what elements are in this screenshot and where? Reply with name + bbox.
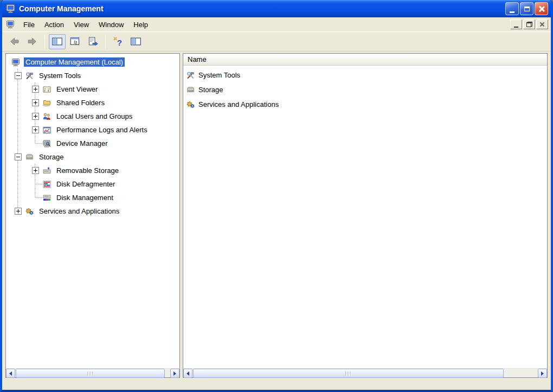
scroll-right-button[interactable] <box>170 369 179 378</box>
window-title: Computer Management <box>19 4 504 13</box>
maximize-button[interactable] <box>520 2 533 15</box>
mdi-close-button[interactable] <box>536 20 548 29</box>
titlebar[interactable]: Computer Management <box>2 0 551 17</box>
menu-action[interactable]: Action <box>40 18 69 31</box>
console-tree-pane: Computer Management (Local) System Tools… <box>5 53 180 378</box>
scroll-left-button[interactable] <box>6 369 15 378</box>
list-item-label: System Tools <box>198 71 240 79</box>
back-icon <box>9 36 20 47</box>
tree-item-label: Disk Management <box>55 193 115 202</box>
tree-item-performance-logs-and-alerts[interactable]: Performance Logs and Alerts <box>6 123 179 137</box>
tree-item-label: Computer Management (Local) <box>24 57 125 67</box>
toolbar-separator <box>105 35 106 48</box>
storage-icon <box>186 86 195 94</box>
minimize-button[interactable] <box>505 2 519 15</box>
expand-minus-icon[interactable] <box>15 153 22 160</box>
tree-item-disk-management[interactable]: Disk Management <box>6 191 179 204</box>
tree-item-system-tools[interactable]: System Tools <box>6 69 179 82</box>
tree-guide-stub <box>35 184 42 184</box>
scroll-track[interactable] <box>192 369 538 377</box>
show-hide-action-pane-button[interactable] <box>127 34 144 49</box>
tree-item-event-viewer[interactable]: Event Viewer <box>6 82 179 96</box>
tree-item-device-manager[interactable]: Device Manager <box>6 137 179 150</box>
list-item-services-and-applications[interactable]: Services and Applications <box>183 97 547 112</box>
scroll-track[interactable] <box>15 369 170 377</box>
disk-management-icon <box>42 194 52 202</box>
close-button[interactable] <box>535 2 548 15</box>
tree-item-label: Performance Logs and Alerts <box>55 125 149 134</box>
device-manager-icon <box>42 139 52 148</box>
back-button[interactable] <box>6 34 23 49</box>
tree-item-computer-management-local[interactable]: Computer Management (Local) <box>6 55 179 69</box>
tree-horizontal-scrollbar[interactable] <box>6 368 179 377</box>
tree-guide-stub <box>35 143 42 144</box>
properties-button[interactable] <box>67 34 83 49</box>
tree-item-label: System Tools <box>37 71 82 80</box>
tree-guide-stub <box>35 197 42 198</box>
details-list: System Tools Storage Services and Applic… <box>183 66 547 368</box>
system-tools-icon <box>186 71 195 80</box>
console-tree: Computer Management (Local) System Tools… <box>6 54 179 368</box>
export-list-button[interactable] <box>85 34 101 49</box>
shared-folders-icon <box>42 99 52 107</box>
tree-item-label: Device Manager <box>55 139 110 148</box>
scroll-grip-icon <box>87 371 93 376</box>
tree-item-storage[interactable]: Storage <box>6 150 179 164</box>
tree-item-label: Storage <box>37 152 66 162</box>
list-item-label: Services and Applications <box>198 100 279 108</box>
tree-item-label: Event Viewer <box>55 85 99 94</box>
properties-icon <box>69 36 81 47</box>
mdi-restore-icon <box>526 22 532 27</box>
menu-window[interactable]: Window <box>94 18 128 31</box>
storage-icon <box>25 153 34 162</box>
list-horizontal-scrollbar[interactable] <box>183 368 547 377</box>
scroll-thumb[interactable] <box>16 369 165 378</box>
menu-view[interactable]: View <box>69 18 94 31</box>
console-tree-icon <box>52 36 63 47</box>
mdi-window-controls <box>510 20 549 29</box>
forward-button[interactable] <box>24 34 41 49</box>
list-item-system-tools[interactable]: System Tools <box>183 68 547 82</box>
tree-item-shared-folders[interactable]: Shared Folders <box>6 96 179 110</box>
menu-file[interactable]: File <box>18 18 40 31</box>
list-item-storage[interactable]: Storage <box>183 82 547 97</box>
scroll-right-button[interactable] <box>538 369 547 378</box>
menu-help[interactable]: Help <box>128 18 153 31</box>
scroll-right-icon <box>173 371 176 376</box>
tree-item-label: Removable Storage <box>55 166 120 175</box>
mdi-restore-button[interactable] <box>523 20 535 29</box>
services-icon <box>186 100 195 109</box>
expand-plus-icon[interactable] <box>32 113 39 120</box>
expand-plus-icon[interactable] <box>32 167 39 174</box>
menu-bar: File Action View Window Help <box>2 17 551 32</box>
export-list-icon <box>87 36 99 47</box>
toolbar <box>2 32 551 52</box>
column-header-label: Name <box>188 55 207 63</box>
help-icon <box>112 36 124 47</box>
expand-plus-icon[interactable] <box>32 126 39 133</box>
tree-item-disk-defragmenter[interactable]: Disk Defragmenter <box>6 177 179 191</box>
users-icon <box>42 112 52 121</box>
tree-item-services-and-applications[interactable]: Services and Applications <box>6 204 179 218</box>
expand-plus-icon[interactable] <box>32 86 39 93</box>
mdi-minimize-button[interactable] <box>510 20 522 29</box>
show-hide-console-tree-button[interactable] <box>49 34 66 49</box>
forward-icon <box>27 36 38 47</box>
scroll-left-button[interactable] <box>183 369 192 378</box>
performance-icon <box>42 126 52 134</box>
list-item-label: Storage <box>198 86 223 94</box>
tree-item-removable-storage[interactable]: Removable Storage <box>6 164 179 177</box>
expand-plus-icon[interactable] <box>15 208 22 215</box>
tree-item-local-users-and-groups[interactable]: Local Users and Groups <box>6 110 179 123</box>
window-bottom-strip <box>2 378 551 390</box>
system-menu-icon[interactable] <box>6 20 15 29</box>
scroll-thumb[interactable] <box>193 369 504 378</box>
scroll-left-icon <box>187 371 189 376</box>
tree-item-label: Services and Applications <box>37 207 121 216</box>
expand-minus-icon[interactable] <box>15 72 22 79</box>
help-button[interactable] <box>110 34 126 49</box>
expand-plus-icon[interactable] <box>32 99 39 106</box>
column-header-name[interactable]: Name <box>183 54 547 66</box>
details-pane: Name System Tools Storage Services and A… <box>183 53 548 378</box>
removable-storage-icon <box>42 166 52 175</box>
